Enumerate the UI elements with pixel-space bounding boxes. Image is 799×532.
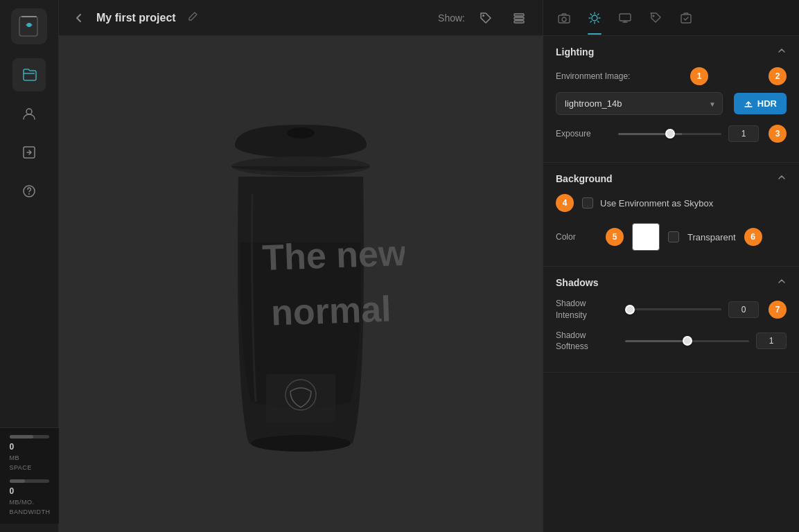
svg-point-7	[482, 15, 484, 17]
exposure-row: Exposure 1 3	[556, 125, 787, 143]
tab-ar[interactable]	[671, 3, 701, 33]
svg-rect-22	[620, 14, 631, 21]
badge-7: 7	[769, 301, 787, 319]
shadow-intensity-slider[interactable]	[625, 308, 721, 310]
svg-text:normal: normal	[270, 289, 392, 333]
lighting-section: Lighting Environment Image: 1 2 lightr	[543, 36, 799, 163]
svg-point-20	[562, 17, 566, 21]
upload-icon	[744, 99, 753, 109]
shadows-section-body: Shadow Intensity 0 7 Shadow Softness 1	[543, 298, 799, 372]
svg-rect-16	[266, 374, 335, 423]
exposure-slider-wrapper	[618, 127, 721, 141]
background-section: Background 4 Use Environment as Skybox C…	[543, 163, 799, 267]
svg-point-6	[28, 193, 30, 195]
background-collapse-icon	[777, 172, 787, 184]
topbar: My first project Show:	[59, 0, 543, 36]
show-label: Show:	[438, 12, 465, 24]
badge-4: 4	[556, 194, 574, 212]
shadow-softness-slider-wrapper	[625, 334, 749, 348]
svg-rect-1	[21, 16, 37, 17]
svg-point-13	[287, 127, 315, 139]
lighting-title: Lighting	[556, 46, 594, 57]
lighting-section-body: Environment Image: 1 2 lightroom_14b stu…	[543, 67, 799, 162]
env-image-label: Environment Image:	[556, 71, 630, 81]
back-button[interactable]	[70, 9, 88, 27]
badge-6: 6	[744, 228, 762, 246]
svg-rect-10	[514, 21, 524, 23]
skybox-checkbox[interactable]	[582, 197, 593, 209]
sidebar: 0 MBSPACE 0 MB/mo.BANDWIDTH	[0, 0, 59, 532]
background-title: Background	[556, 173, 613, 184]
badge-1: 1	[690, 67, 708, 85]
svg-point-21	[592, 15, 597, 21]
shadows-section-header[interactable]: Shadows	[543, 267, 799, 298]
product-image: The new normal	[197, 104, 405, 464]
badge-5: 5	[606, 228, 624, 246]
color-label: Color	[556, 232, 597, 242]
shadow-softness-value: 1	[756, 332, 787, 349]
transparent-checkbox[interactable]	[668, 231, 679, 242]
env-image-select-wrapper: lightroom_14b studio_01 outdoor_day suns…	[556, 92, 723, 115]
background-color-swatch[interactable]	[632, 223, 660, 251]
canvas-area: The new normal	[59, 36, 543, 532]
shadow-softness-row: Shadow Softness 1	[556, 330, 787, 353]
layers-view-button[interactable]	[507, 6, 532, 30]
svg-point-23	[653, 15, 655, 17]
badge-3: 3	[769, 125, 787, 143]
storage-space-bar	[10, 435, 49, 438]
sidebar-nav	[0, 58, 58, 427]
shadows-collapse-icon	[777, 276, 787, 288]
sidebar-item-help[interactable]	[12, 175, 46, 208]
svg-rect-9	[514, 17, 524, 19]
storage-bandwidth-fill	[10, 479, 26, 483]
env-image-select[interactable]: lightroom_14b studio_01 outdoor_day suns…	[556, 92, 723, 115]
transparent-label: Transparent	[687, 232, 736, 242]
right-panel: Lighting Environment Image: 1 2 lightr	[543, 0, 799, 532]
storage-bandwidth-label: 0 MB/mo.BANDWIDTH	[10, 486, 49, 517]
shadow-intensity-label: Shadow Intensity	[556, 298, 618, 321]
tab-lighting[interactable]	[579, 3, 610, 33]
shadow-softness-slider[interactable]	[625, 340, 749, 342]
shadow-intensity-row: Shadow Intensity 0 7	[556, 298, 787, 321]
sidebar-storage: 0 MBSPACE 0 MB/mo.BANDWIDTH	[0, 427, 59, 524]
project-title: My first project	[96, 12, 176, 24]
storage-bandwidth-bar	[10, 479, 49, 483]
lighting-collapse-icon	[777, 46, 787, 57]
sidebar-item-export[interactable]	[12, 136, 46, 169]
shadow-intensity-slider-wrapper	[625, 303, 721, 317]
exposure-slider[interactable]	[618, 133, 721, 135]
storage-space-fill	[10, 435, 33, 438]
svg-point-3	[26, 109, 32, 114]
badge-2: 2	[769, 67, 787, 85]
svg-text:The new: The new	[261, 233, 405, 278]
shadows-section: Shadows Shadow Intensity 0 7	[543, 267, 799, 373]
svg-point-2	[27, 23, 31, 27]
exposure-value: 1	[728, 125, 759, 142]
svg-rect-8	[514, 14, 524, 16]
sidebar-item-files[interactable]	[12, 58, 46, 91]
env-image-row: lightroom_14b studio_01 outdoor_day suns…	[556, 92, 787, 115]
background-section-body: 4 Use Environment as Skybox Color 5 Tran…	[543, 194, 799, 266]
shadow-softness-label: Shadow Softness	[556, 330, 618, 353]
skybox-label: Use Environment as Skybox	[600, 198, 713, 209]
background-section-header[interactable]: Background	[543, 163, 799, 194]
svg-point-18	[251, 435, 351, 452]
hdr-upload-button[interactable]: HDR	[734, 93, 787, 114]
storage-space-label: 0 MBSPACE	[10, 441, 49, 472]
exposure-label: Exposure	[556, 129, 611, 139]
background-color-row: Color 5 Transparent 6	[556, 223, 787, 251]
edit-project-icon[interactable]	[187, 11, 198, 24]
tag-view-button[interactable]	[473, 6, 498, 30]
tab-tags[interactable]	[640, 3, 671, 33]
svg-rect-24	[681, 15, 691, 23]
tab-camera[interactable]	[549, 3, 579, 33]
shadows-title: Shadows	[556, 277, 598, 288]
main-content: My first project Show:	[59, 0, 543, 532]
tab-display[interactable]	[610, 3, 640, 33]
app-logo	[11, 8, 47, 44]
shadow-intensity-value: 0	[728, 301, 759, 318]
sidebar-item-profile[interactable]	[12, 97, 46, 130]
panel-tabs	[543, 0, 799, 36]
lighting-section-header[interactable]: Lighting	[543, 36, 799, 67]
